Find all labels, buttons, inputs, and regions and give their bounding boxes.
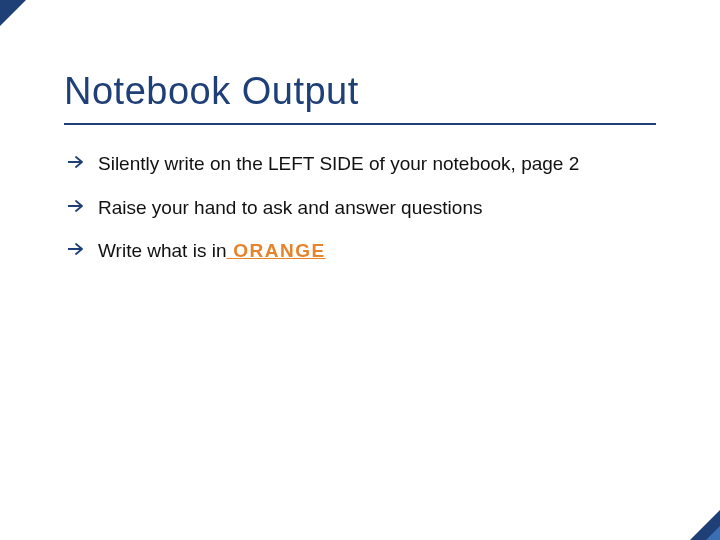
bullet-list: Silently write on the LEFT SIDE of your … [64,151,656,264]
corner-fold-top-left [0,0,26,26]
list-item-text-emphasis: ORANGE [226,240,325,261]
list-item-text-prefix: Write what is in [98,240,226,261]
list-item-text: Raise your hand to ask and answer questi… [98,197,482,218]
arrow-bullet-icon [68,242,86,256]
list-item: Raise your hand to ask and answer questi… [98,195,656,221]
slide: Notebook Output Silently write on the LE… [0,0,720,540]
list-item: Write what is in ORANGE [98,238,656,264]
corner-fold-bottom-right-inner [706,526,720,540]
arrow-bullet-icon [68,199,86,213]
slide-title: Notebook Output [64,70,656,113]
list-item: Silently write on the LEFT SIDE of your … [98,151,656,177]
arrow-bullet-icon [68,155,86,169]
horizontal-rule [64,123,656,125]
list-item-text: Silently write on the LEFT SIDE of your … [98,153,579,174]
slide-content: Notebook Output Silently write on the LE… [0,0,720,264]
